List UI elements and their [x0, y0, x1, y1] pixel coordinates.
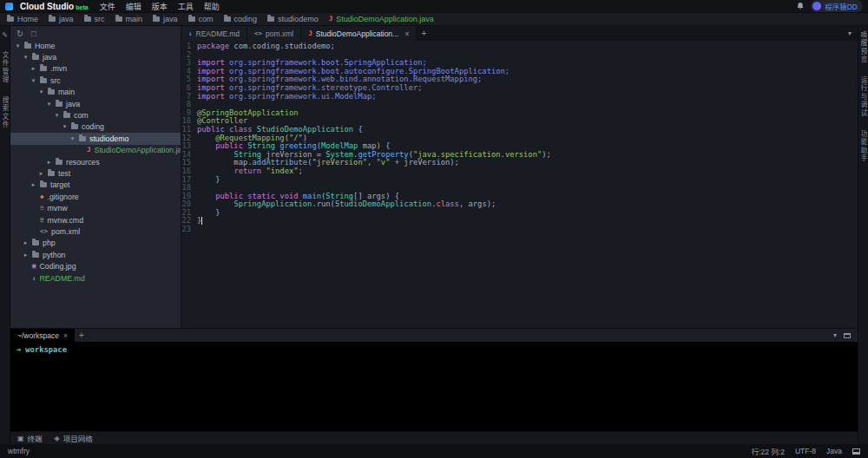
chevron-down-icon[interactable]: ▾ — [833, 331, 837, 339]
tree-file[interactable]: ≡mvnw.cmd — [10, 214, 181, 226]
status-host[interactable]: wtmfry — [8, 447, 30, 455]
tree-folder[interactable]: ▾java — [10, 51, 181, 62]
tree-file[interactable]: ▣Coding.jpg — [10, 260, 181, 272]
tree-folder[interactable]: ▸test — [10, 167, 181, 179]
activity-item[interactable]: 搜索文件 — [0, 96, 10, 129]
menu-item[interactable]: 编辑 — [122, 1, 146, 12]
editor-tabs: ↓README.md<>pom.xmlJStudioDemoApplicatio… — [181, 26, 858, 41]
terminal-tab-label: ~/workspace — [17, 331, 59, 340]
breadcrumb-item[interactable]: java — [153, 15, 178, 23]
tree-item-label: java — [43, 53, 56, 62]
cursor-position[interactable]: 行:22 列:2 — [752, 446, 785, 456]
close-icon[interactable]: × — [63, 331, 68, 340]
encoding-indicator[interactable]: UTF-8 — [795, 447, 816, 455]
workbench: ↻ □ ▾Home▾java▸.mvn▾src▾main▾java▾com▾co… — [10, 26, 858, 328]
user-chip[interactable]: 程序猿DD — [811, 0, 863, 12]
folder-icon — [32, 252, 39, 258]
tree-file[interactable]: ↓README.md — [10, 272, 181, 284]
folder-icon — [63, 113, 70, 118]
tree-file[interactable]: <>pom.xml — [10, 226, 181, 237]
tree-item-label: Home — [35, 42, 55, 50]
tree-item-label: mvnw.cmd — [48, 216, 84, 225]
chevron-down-icon: ▾ — [23, 54, 29, 61]
tree-folder[interactable]: ▸php — [10, 238, 181, 249]
tree-folder[interactable]: ▾studiodemo — [10, 133, 181, 144]
tree-folder[interactable]: ▾main — [10, 87, 181, 98]
breadcrumb-item[interactable]: main — [115, 15, 143, 23]
code-line: 17 } — [181, 176, 858, 185]
terminal-actions: ▾ — [826, 329, 858, 342]
center-column: ↻ □ ▾Home▾java▸.mvn▾src▾main▾java▾com▾co… — [10, 26, 858, 444]
tab-overflow-icon[interactable]: ▾ — [842, 26, 858, 41]
tree-folder[interactable]: ▾coding — [10, 121, 181, 133]
chevron-down-icon: ▾ — [30, 77, 36, 84]
menu-item[interactable]: 帮助 — [200, 1, 224, 12]
breadcrumb-item[interactable]: studiodemo — [267, 15, 319, 23]
tree-item-label: python — [43, 251, 65, 259]
edit-icon[interactable]: ✎ — [2, 31, 8, 39]
menu-item[interactable]: 工具 — [174, 1, 198, 12]
layout-panel-icon[interactable] — [852, 448, 860, 455]
tree-folder[interactable]: ▾Home — [10, 40, 181, 51]
folder-icon — [56, 160, 62, 165]
folder-icon — [48, 89, 55, 95]
language-indicator[interactable]: Java — [826, 447, 842, 455]
side-panel-item[interactable]: 运行与调试 — [858, 76, 868, 118]
close-icon[interactable]: × — [404, 29, 409, 38]
breadcrumb-item[interactable]: com — [188, 15, 214, 23]
line-number: 23 — [181, 226, 197, 234]
folder-icon — [40, 182, 47, 187]
terminal-tab[interactable]: ~/workspace × — [10, 329, 75, 342]
breadcrumb-item[interactable]: Home — [7, 15, 38, 23]
side-panel-item[interactable]: 唤醒预览 — [858, 31, 868, 64]
code-line: 16 return "index"; — [181, 167, 858, 176]
breadcrumb-item[interactable]: coding — [224, 15, 258, 23]
terminal-prompt: ➜ — [16, 345, 21, 354]
chevron-right-icon: ▸ — [30, 65, 36, 72]
chevron-right-icon: ▸ — [46, 159, 52, 166]
terminal-panel-tab[interactable]: ▣终端 — [17, 433, 43, 443]
git-file-icon: ◆ — [40, 193, 44, 200]
tree-folder[interactable]: ▸python — [10, 249, 181, 260]
activity-item[interactable]: 文件管理 — [0, 51, 10, 84]
tree-folder[interactable]: ▾java — [10, 98, 181, 109]
menu-item[interactable]: 版本 — [148, 1, 172, 12]
tree-folder[interactable]: ▸.mvn — [10, 63, 181, 75]
code-area[interactable]: 1package com.coding.studiodemo;23import … — [181, 41, 858, 328]
editor-tab[interactable]: <>pom.xml — [247, 26, 301, 41]
right-activity-bar: 唤醒预览运行与调试功能助手 — [858, 26, 868, 444]
tree-folder[interactable]: ▾src — [10, 75, 181, 86]
editor-tab[interactable]: JStudioDemoApplication...× — [301, 26, 417, 41]
breadcrumb-item[interactable]: src — [84, 15, 105, 23]
bell-icon[interactable] — [796, 2, 805, 10]
tree-folder[interactable]: ▸target — [10, 180, 181, 191]
tree-file[interactable]: ≡mvnw — [10, 202, 181, 213]
tree-item-label: php — [43, 239, 56, 247]
tree-item-label: .gitignore — [48, 193, 79, 201]
project-network-tab[interactable]: ◈项目网络 — [55, 433, 93, 443]
file-explorer: ↻ □ ▾Home▾java▸.mvn▾src▾main▾java▾com▾co… — [10, 26, 181, 328]
md-file-icon: ↓ — [188, 30, 193, 37]
breadcrumb-item[interactable]: JStudioDemoApplication.java — [329, 15, 434, 23]
tree-folder[interactable]: ▸resources — [10, 156, 181, 167]
maximize-panel-icon[interactable] — [844, 333, 851, 338]
tree-file[interactable]: ◆.gitignore — [10, 191, 181, 202]
terminal-tabbar: ~/workspace × + ▾ — [10, 329, 858, 342]
menu-item[interactable]: 文件 — [95, 1, 120, 12]
app-title: Cloud Studiobeta — [20, 2, 89, 11]
side-panel-item[interactable]: 功能助手 — [858, 130, 868, 163]
new-terminal-button[interactable]: + — [75, 329, 89, 342]
tree-item-label: StudioDemoApplication.java — [95, 146, 181, 154]
tree-folder[interactable]: ▾com — [10, 109, 181, 121]
tree-item-label: src — [50, 76, 61, 85]
titlebar-right: 程序猿DD — [796, 0, 863, 12]
tree-file[interactable]: JStudioDemoApplication.java — [10, 145, 181, 156]
new-tab-button[interactable]: + — [417, 26, 431, 41]
chevron-right-icon: ▸ — [23, 239, 29, 246]
terminal-output[interactable]: ➜workspace — [10, 342, 858, 431]
img-file-icon: ▣ — [32, 263, 36, 270]
collapse-all-icon[interactable]: □ — [31, 29, 36, 38]
editor-tab[interactable]: ↓README.md — [181, 26, 247, 41]
refresh-icon[interactable]: ↻ — [16, 29, 23, 38]
breadcrumb-item[interactable]: java — [49, 15, 74, 23]
